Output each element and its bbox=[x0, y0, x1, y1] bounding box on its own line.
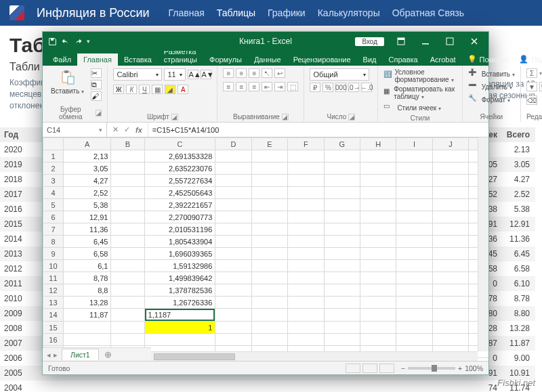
cell-D2[interactable] bbox=[215, 162, 251, 175]
cell-B3[interactable] bbox=[111, 175, 144, 187]
font-launcher-icon[interactable]: ◢ bbox=[171, 114, 178, 121]
number-format-select[interactable]: Общий▾ bbox=[310, 68, 369, 81]
cell-E7[interactable] bbox=[251, 223, 287, 236]
cell-E4[interactable] bbox=[251, 187, 287, 199]
number-launcher-icon[interactable]: ◢ bbox=[348, 114, 355, 121]
tab-formulas[interactable]: Формулы bbox=[203, 53, 248, 66]
conditional-format-button[interactable]: 🔢Условное форматирование bbox=[383, 68, 456, 83]
cell-B16[interactable] bbox=[111, 334, 144, 346]
cell-G10[interactable] bbox=[324, 260, 360, 272]
cell-F12[interactable] bbox=[288, 284, 324, 297]
row-header[interactable]: 10 bbox=[43, 260, 64, 272]
redo-icon[interactable] bbox=[74, 37, 83, 46]
cell-G15[interactable] bbox=[324, 322, 360, 334]
cell-A2[interactable]: 3,05 bbox=[63, 162, 111, 175]
tab-file[interactable]: Файл bbox=[47, 53, 77, 66]
cell-H11[interactable] bbox=[360, 272, 396, 284]
cell-J12[interactable] bbox=[432, 284, 468, 297]
delete-cells-button[interactable]: ➖Удалить bbox=[468, 81, 512, 92]
align-center-icon[interactable]: ≡ bbox=[236, 82, 247, 91]
cell-E3[interactable] bbox=[251, 175, 287, 187]
cell-C15[interactable]: 1 bbox=[144, 322, 215, 334]
cell-B13[interactable] bbox=[111, 297, 144, 309]
row-header[interactable]: 6 bbox=[43, 211, 64, 223]
align-left-icon[interactable]: ≡ bbox=[223, 82, 234, 91]
cell-B9[interactable] bbox=[111, 248, 144, 260]
indent-decrease-icon[interactable]: ⇤ bbox=[262, 82, 272, 91]
cell-F7[interactable] bbox=[288, 223, 324, 236]
cell-J15[interactable] bbox=[432, 322, 468, 334]
cell-F5[interactable] bbox=[288, 199, 324, 211]
cell-E2[interactable] bbox=[251, 162, 287, 175]
cell-D9[interactable] bbox=[215, 248, 251, 260]
cell-I15[interactable] bbox=[396, 322, 432, 334]
cell-E12[interactable] bbox=[251, 284, 287, 297]
cell-E8[interactable] bbox=[251, 236, 287, 248]
cell-C4[interactable]: 2,452505643 bbox=[144, 187, 215, 199]
row-header[interactable]: 8 bbox=[43, 236, 64, 248]
cell-I5[interactable] bbox=[396, 199, 432, 211]
cell-I13[interactable] bbox=[396, 297, 432, 309]
cell-G2[interactable] bbox=[324, 162, 360, 175]
cell-G8[interactable] bbox=[324, 236, 360, 248]
orientation-icon[interactable]: ⭦ bbox=[262, 68, 272, 78]
cell-B15[interactable] bbox=[111, 322, 144, 334]
tab-help[interactable]: Справка bbox=[383, 53, 424, 66]
clipboard-launcher-icon[interactable]: ◢ bbox=[96, 110, 102, 116]
col-header-C[interactable]: C bbox=[144, 138, 215, 150]
cell-D3[interactable] bbox=[215, 175, 251, 187]
dec-decimal-icon[interactable]: ←.0 bbox=[361, 83, 372, 92]
cell-J16[interactable] bbox=[432, 334, 468, 346]
cell-D8[interactable] bbox=[215, 236, 251, 248]
cell-B1[interactable] bbox=[111, 150, 144, 162]
vertical-scrollbar[interactable] bbox=[478, 137, 488, 351]
cell-E9[interactable] bbox=[251, 248, 287, 260]
cell-A11[interactable]: 8,78 bbox=[63, 272, 111, 284]
view-pagebreak-icon[interactable] bbox=[379, 364, 394, 373]
underline-icon[interactable]: Ч bbox=[139, 85, 150, 94]
cell-F10[interactable] bbox=[288, 260, 324, 272]
cell-I3[interactable] bbox=[396, 175, 432, 187]
cell-A7[interactable]: 11,36 bbox=[63, 223, 111, 236]
row-header[interactable]: 3 bbox=[43, 175, 64, 187]
cell-G13[interactable] bbox=[324, 297, 360, 309]
cell-H8[interactable] bbox=[360, 236, 396, 248]
cell-J10[interactable] bbox=[432, 260, 468, 272]
col-header-I[interactable]: I bbox=[396, 138, 432, 150]
cell-B4[interactable] bbox=[111, 187, 144, 199]
cell-F2[interactable] bbox=[288, 162, 324, 175]
name-box-dropdown-icon[interactable]: ▾ bbox=[99, 127, 102, 133]
row-header[interactable]: 4 bbox=[43, 187, 64, 199]
select-all-corner[interactable] bbox=[43, 138, 64, 150]
cell-C13[interactable]: 1,26726336 bbox=[144, 297, 215, 309]
cell-C12[interactable]: 1,378782536 bbox=[144, 284, 215, 297]
cell-A3[interactable]: 4,27 bbox=[63, 175, 111, 187]
cell-A9[interactable]: 6,58 bbox=[63, 248, 111, 260]
cell-G1[interactable] bbox=[324, 150, 360, 162]
cell-C3[interactable]: 2,557227634 bbox=[144, 175, 215, 187]
close-icon[interactable] bbox=[463, 34, 486, 49]
zoom-in-icon[interactable]: + bbox=[458, 364, 462, 372]
row-header[interactable]: 16 bbox=[43, 334, 64, 346]
cell-B8[interactable] bbox=[111, 236, 144, 248]
zoom-out-icon[interactable]: − bbox=[401, 364, 405, 372]
cell-I2[interactable] bbox=[396, 162, 432, 175]
cell-J8[interactable] bbox=[432, 236, 468, 248]
cell-E16[interactable] bbox=[251, 334, 287, 346]
cell-H2[interactable] bbox=[360, 162, 396, 175]
cell-H10[interactable] bbox=[360, 260, 396, 272]
cell-A13[interactable]: 13,28 bbox=[63, 297, 111, 309]
cell-C14[interactable]: 1,1187 bbox=[145, 309, 215, 321]
save-icon[interactable] bbox=[48, 37, 57, 46]
cell-G4[interactable] bbox=[324, 187, 360, 199]
cell-H5[interactable] bbox=[360, 199, 396, 211]
cell-B2[interactable] bbox=[111, 162, 144, 175]
col-header-E[interactable]: E bbox=[251, 138, 287, 150]
find-icon[interactable]: 🔍 bbox=[539, 82, 542, 91]
cell-D1[interactable] bbox=[215, 150, 251, 162]
cell-E1[interactable] bbox=[251, 150, 287, 162]
cell-A10[interactable]: 6,1 bbox=[63, 260, 111, 272]
align-top-icon[interactable]: ≡ bbox=[223, 68, 234, 78]
cell-I1[interactable] bbox=[396, 150, 432, 162]
thousands-icon[interactable]: 000 bbox=[335, 83, 346, 92]
